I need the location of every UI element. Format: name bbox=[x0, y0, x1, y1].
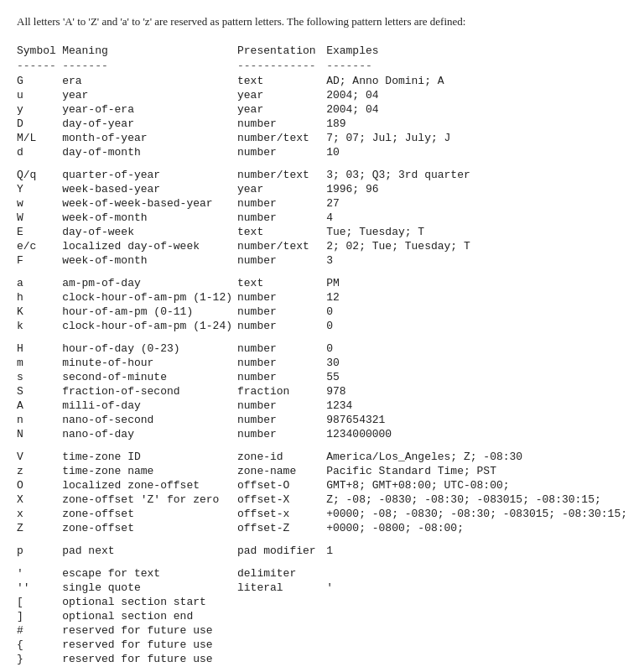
table-row: Fweek-of-monthnumber3 bbox=[17, 253, 627, 268]
cell-meaning: localized zone-offset bbox=[62, 478, 237, 492]
table-row: xzone-offsetoffset-x+0000; -08; -0830; -… bbox=[17, 507, 627, 521]
cell-meaning: day-of-year bbox=[62, 117, 237, 131]
cell-examples: 2004; 04 bbox=[326, 88, 627, 102]
table-row: 'escape for textdelimiter bbox=[17, 566, 627, 581]
cell-symbol: # bbox=[17, 623, 62, 638]
cell-examples: 4 bbox=[326, 211, 627, 225]
table-row: Yweek-based-yearyear1996; 96 bbox=[17, 182, 627, 196]
cell-symbol: d bbox=[17, 145, 62, 159]
table-row: Sfraction-of-secondfraction978 bbox=[17, 384, 627, 399]
cell-presentation: number bbox=[237, 211, 326, 225]
cell-presentation: number/text bbox=[237, 131, 326, 145]
cell-symbol: k bbox=[17, 319, 62, 333]
cell-presentation: number/text bbox=[237, 168, 326, 182]
cell-examples: 7; 07; Jul; July; J bbox=[326, 131, 627, 145]
table-row: aam-pm-of-daytextPM bbox=[17, 276, 627, 290]
cell-presentation: number bbox=[237, 305, 326, 319]
table-row: ppad nextpad modifier1 bbox=[17, 544, 627, 558]
table-row: GeratextAD; Anno Domini; A bbox=[17, 74, 627, 88]
cell-meaning: optional section end bbox=[62, 609, 237, 623]
cell-meaning: optional section start bbox=[62, 595, 237, 609]
table-row: Xzone-offset 'Z' for zerooffset-XZ; -08;… bbox=[17, 492, 627, 507]
cell-presentation bbox=[237, 623, 326, 638]
cell-symbol: '' bbox=[17, 581, 62, 595]
cell-meaning: hour-of-day (0-23) bbox=[62, 341, 237, 356]
cell-examples bbox=[326, 566, 627, 581]
cell-examples: 12 bbox=[326, 290, 627, 305]
cell-examples: 0 bbox=[326, 341, 627, 356]
table-row: e/clocalized day-of-weeknumber/text2; 02… bbox=[17, 239, 627, 253]
cell-examples: PM bbox=[326, 276, 627, 290]
cell-meaning: clock-hour-of-am-pm (1-12) bbox=[62, 290, 237, 305]
cell-presentation: number bbox=[237, 290, 326, 305]
divider-meaning: ------- bbox=[62, 59, 237, 74]
cell-presentation: offset-O bbox=[237, 478, 326, 492]
cell-symbol: Q/q bbox=[17, 168, 62, 182]
cell-presentation: number bbox=[237, 341, 326, 356]
cell-meaning: localized day-of-week bbox=[62, 239, 237, 253]
cell-meaning: week-of-week-based-year bbox=[62, 196, 237, 211]
cell-examples: 55 bbox=[326, 370, 627, 384]
cell-meaning: day-of-week bbox=[62, 225, 237, 239]
table-row: {reserved for future use bbox=[17, 638, 627, 652]
table-row: M/Lmonth-of-yearnumber/text7; 07; Jul; J… bbox=[17, 131, 627, 145]
cell-examples: +0000; -0800; -08:00; bbox=[326, 521, 627, 535]
cell-examples: 1 bbox=[326, 544, 627, 558]
cell-meaning: milli-of-day bbox=[62, 399, 237, 413]
spacer-row bbox=[17, 535, 627, 544]
table-row: ''single quoteliteral' bbox=[17, 581, 627, 595]
table-row: Zzone-offsetoffset-Z+0000; -0800; -08:00… bbox=[17, 521, 627, 535]
table-row: }reserved for future use bbox=[17, 652, 627, 666]
cell-presentation: literal bbox=[237, 581, 326, 595]
cell-presentation: text bbox=[237, 225, 326, 239]
cell-examples: 2; 02; Tue; Tuesday; T bbox=[326, 239, 627, 253]
cell-examples: 2004; 04 bbox=[326, 102, 627, 117]
cell-symbol: A bbox=[17, 399, 62, 413]
table-row: dday-of-monthnumber10 bbox=[17, 145, 627, 159]
cell-presentation: number bbox=[237, 145, 326, 159]
cell-examples bbox=[326, 638, 627, 652]
cell-examples: 10 bbox=[326, 145, 627, 159]
cell-presentation: offset-Z bbox=[237, 521, 326, 535]
cell-examples: AD; Anno Domini; A bbox=[326, 74, 627, 88]
cell-meaning: era bbox=[62, 74, 237, 88]
cell-presentation: number/text bbox=[237, 239, 326, 253]
cell-meaning: time-zone ID bbox=[62, 450, 237, 464]
cell-symbol: Z bbox=[17, 521, 62, 535]
cell-presentation: number bbox=[237, 196, 326, 211]
cell-presentation: number bbox=[237, 413, 326, 427]
cell-meaning: week-based-year bbox=[62, 182, 237, 196]
cell-symbol: s bbox=[17, 370, 62, 384]
intro-text: All letters 'A' to 'Z' and 'a' to 'z' ar… bbox=[17, 13, 627, 30]
cell-presentation: pad modifier bbox=[237, 544, 326, 558]
cell-meaning: year bbox=[62, 88, 237, 102]
cell-presentation: text bbox=[237, 276, 326, 290]
cell-symbol: O bbox=[17, 478, 62, 492]
table-row: nnano-of-secondnumber987654321 bbox=[17, 413, 627, 427]
symbol-table: Symbol Meaning Presentation Examples ---… bbox=[17, 44, 627, 666]
table-row: Vtime-zone IDzone-idAmerica/Los_Angeles;… bbox=[17, 450, 627, 464]
cell-presentation: year bbox=[237, 88, 326, 102]
header-presentation: Presentation bbox=[237, 44, 326, 59]
cell-examples: 1996; 96 bbox=[326, 182, 627, 196]
table-row: Amilli-of-daynumber1234 bbox=[17, 399, 627, 413]
table-row: #reserved for future use bbox=[17, 623, 627, 638]
cell-symbol: S bbox=[17, 384, 62, 399]
cell-examples: 1234000000 bbox=[326, 427, 627, 441]
cell-presentation bbox=[237, 638, 326, 652]
cell-symbol: x bbox=[17, 507, 62, 521]
cell-presentation: year bbox=[237, 102, 326, 117]
cell-presentation: delimiter bbox=[237, 566, 326, 581]
cell-examples bbox=[326, 595, 627, 609]
cell-examples: 1234 bbox=[326, 399, 627, 413]
cell-examples: Pacific Standard Time; PST bbox=[326, 464, 627, 478]
table-row: Khour-of-am-pm (0-11)number0 bbox=[17, 305, 627, 319]
cell-presentation: number bbox=[237, 117, 326, 131]
table-row: kclock-hour-of-am-pm (1-24)number0 bbox=[17, 319, 627, 333]
spacer-row bbox=[17, 441, 627, 450]
cell-examples: 30 bbox=[326, 356, 627, 370]
spacer-row bbox=[17, 558, 627, 566]
cell-examples: +0000; -08; -0830; -08:30; -083015; -08:… bbox=[326, 507, 627, 521]
cell-symbol: y bbox=[17, 102, 62, 117]
cell-meaning: year-of-era bbox=[62, 102, 237, 117]
